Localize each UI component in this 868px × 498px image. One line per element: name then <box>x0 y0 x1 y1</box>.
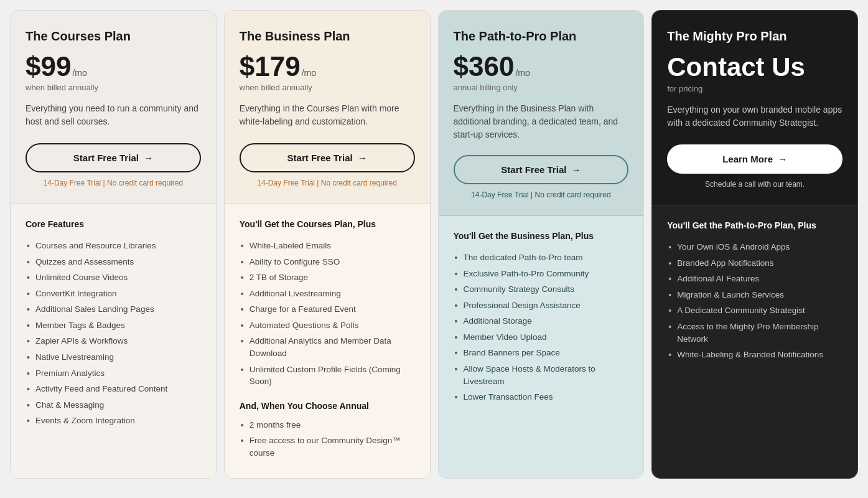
list-item: White-Labeled Emails <box>240 238 415 254</box>
list-item: Zapier APIs & Workflows <box>26 333 201 349</box>
list-item: A Dedicated Community Strategist <box>667 303 842 319</box>
list-item: Additional AI Features <box>667 271 842 287</box>
list-item: White-Labeling & Branded Notifications <box>667 347 842 363</box>
features-subheading-business: And, When You Choose Annual <box>240 401 415 411</box>
plan-trial-note-business: 14-Day Free Trial | No credit card requi… <box>240 179 415 187</box>
plan-price-mighty-pro: Contact Us <box>667 53 842 82</box>
plan-bottom-mighty-pro: You'll Get the Path-to-Pro Plan, PlusYou… <box>652 205 857 478</box>
list-item: Unlimited Course Videos <box>26 270 201 286</box>
list-item: Migration & Launch Services <box>667 287 842 303</box>
list-item: Allow Space Hosts & Moderators to Livest… <box>454 361 629 389</box>
plan-description-mighty-pro: Everything on your own branded mobile ap… <box>667 103 842 131</box>
plan-top-mighty-pro: The Mighty Pro PlanContact Usfor pricing… <box>652 11 857 205</box>
features-heading-business: You'll Get the Courses Plan, Plus <box>240 219 415 229</box>
plan-description-path-to-pro: Everything in the Business Plan with add… <box>454 102 629 141</box>
features-heading-mighty-pro: You'll Get the Path-to-Pro Plan, Plus <box>667 220 842 230</box>
plan-bottom-business: You'll Get the Courses Plan, PlusWhite-L… <box>225 204 430 478</box>
list-item: Branded App Notifications <box>667 255 842 271</box>
plan-card-mighty-pro: The Mighty Pro PlanContact Usfor pricing… <box>651 10 858 479</box>
plan-cta-button-courses[interactable]: Start Free Trial → <box>26 143 201 172</box>
list-item: The dedicated Path-to-Pro team <box>454 250 629 266</box>
plan-price-path-to-pro: $360 <box>454 53 515 80</box>
plan-bottom-courses: Core FeaturesCourses and Resource Librar… <box>11 204 216 478</box>
list-item: Additional Storage <box>454 313 629 329</box>
list-item: Free access to our Community Design™ cou… <box>240 433 415 461</box>
plan-card-courses: The Courses Plan$99/mowhen billed annual… <box>10 10 217 479</box>
list-item: Additional Analytics and Member Data Dow… <box>240 333 415 361</box>
plan-cta-arrow-courses: → <box>144 153 153 163</box>
list-item: Brand Banners per Space <box>454 345 629 361</box>
plan-price-suffix-path-to-pro: /mo <box>515 68 530 78</box>
list-item: 2 months free <box>240 417 415 433</box>
list-item: Exclusive Path-to-Pro Community <box>454 266 629 282</box>
list-item: Your Own iOS & Android Apps <box>667 239 842 255</box>
plan-cta-arrow-mighty-pro: → <box>778 154 787 164</box>
list-item: 2 TB of Storage <box>240 270 415 286</box>
plan-price-business: $179 <box>240 53 301 80</box>
list-item: Community Strategy Consults <box>454 281 629 298</box>
plan-top-courses: The Courses Plan$99/mowhen billed annual… <box>11 11 216 204</box>
list-item: Courses and Resource Libraries <box>26 238 201 254</box>
plan-billing-note-mighty-pro: for pricing <box>667 84 842 93</box>
list-item: Charge for a Featured Event <box>240 301 415 317</box>
list-item: Ability to Configure SSO <box>240 254 415 270</box>
list-item: Unlimited Custom Profile Fields (Coming … <box>240 362 415 390</box>
plan-cta-arrow-path-to-pro: → <box>571 164 581 175</box>
plan-description-courses: Everything you need to run a community a… <box>26 102 201 129</box>
list-item: Native Livestreaming <box>26 349 201 365</box>
list-item: Lower Transaction Fees <box>454 389 629 405</box>
list-item: Member Tags & Badges <box>26 317 201 334</box>
list-item: Quizzes and Assessments <box>26 254 201 270</box>
plan-name-path-to-pro: The Path-to-Pro Plan <box>454 28 629 44</box>
plan-cta-label-path-to-pro: Start Free Trial <box>501 164 566 175</box>
features-heading-path-to-pro: You'll Get the Business Plan, Plus <box>454 231 629 241</box>
plan-cta-button-mighty-pro[interactable]: Learn More → <box>667 144 842 174</box>
list-item: Access to the Mighty Pro Membership Netw… <box>667 319 842 347</box>
plan-cta-arrow-business: → <box>358 153 367 163</box>
plan-cta-label-business: Start Free Trial <box>287 153 353 163</box>
list-item: Chat & Messaging <box>26 397 201 413</box>
plan-bottom-path-to-pro: You'll Get the Business Plan, PlusThe de… <box>439 215 644 478</box>
plan-price-row-courses: $99/mo <box>26 53 201 80</box>
plan-price-suffix-business: /mo <box>302 68 316 78</box>
plan-name-business: The Business Plan <box>240 28 415 44</box>
features-list-business: White-Labeled EmailsAbility to Configure… <box>240 238 415 390</box>
list-item: Additional Livestreaming <box>240 286 415 302</box>
sub-features-list-business: 2 months freeFree access to our Communit… <box>240 417 415 461</box>
plan-price-courses: $99 <box>26 53 71 80</box>
list-item: Events & Zoom Integration <box>26 413 201 429</box>
plan-billing-note-business: when billed annually <box>240 83 415 92</box>
plan-name-courses: The Courses Plan <box>26 28 201 44</box>
list-item: Premium Analytics <box>26 365 201 382</box>
plan-cta-label-courses: Start Free Trial <box>73 153 139 163</box>
plan-description-business: Everything in the Courses Plan with more… <box>240 102 415 129</box>
plan-cta-button-business[interactable]: Start Free Trial → <box>240 143 415 172</box>
features-heading-courses: Core Features <box>26 219 201 229</box>
list-item: Member Video Upload <box>454 329 629 345</box>
plan-card-path-to-pro: The Path-to-Pro Plan$360/moannual billin… <box>438 10 645 479</box>
plan-billing-note-path-to-pro: annual billing only <box>454 83 629 92</box>
plan-cta-label-mighty-pro: Learn More <box>722 154 773 164</box>
plan-trial-note-mighty-pro: Schedule a call with our team. <box>667 180 842 189</box>
list-item: Professional Design Assistance <box>454 298 629 314</box>
plan-cta-button-path-to-pro[interactable]: Start Free Trial → <box>454 155 629 184</box>
plan-trial-note-courses: 14-Day Free Trial | No credit card requi… <box>26 179 201 187</box>
plan-top-business: The Business Plan$179/mowhen billed annu… <box>225 11 430 204</box>
list-item: Activity Feed and Featured Content <box>26 381 201 397</box>
plan-price-row-path-to-pro: $360/mo <box>454 53 629 80</box>
features-list-mighty-pro: Your Own iOS & Android AppsBranded App N… <box>667 239 842 363</box>
plan-trial-note-path-to-pro: 14-Day Free Trial | No credit card requi… <box>454 190 629 199</box>
features-list-courses: Courses and Resource LibrariesQuizzes an… <box>26 238 201 429</box>
plan-price-row-business: $179/mo <box>240 53 415 80</box>
plan-billing-note-courses: when billed annually <box>26 83 201 92</box>
plan-price-suffix-courses: /mo <box>72 68 86 78</box>
plan-top-path-to-pro: The Path-to-Pro Plan$360/moannual billin… <box>439 11 644 215</box>
list-item: ConvertKit Integration <box>26 286 201 302</box>
list-item: Automated Questions & Polls <box>240 317 415 334</box>
plan-name-mighty-pro: The Mighty Pro Plan <box>667 28 842 44</box>
plan-card-business: The Business Plan$179/mowhen billed annu… <box>224 10 431 479</box>
pricing-grid: The Courses Plan$99/mowhen billed annual… <box>10 10 858 479</box>
features-list-path-to-pro: The dedicated Path-to-Pro teamExclusive … <box>454 250 629 405</box>
list-item: Additional Sales Landing Pages <box>26 301 201 317</box>
